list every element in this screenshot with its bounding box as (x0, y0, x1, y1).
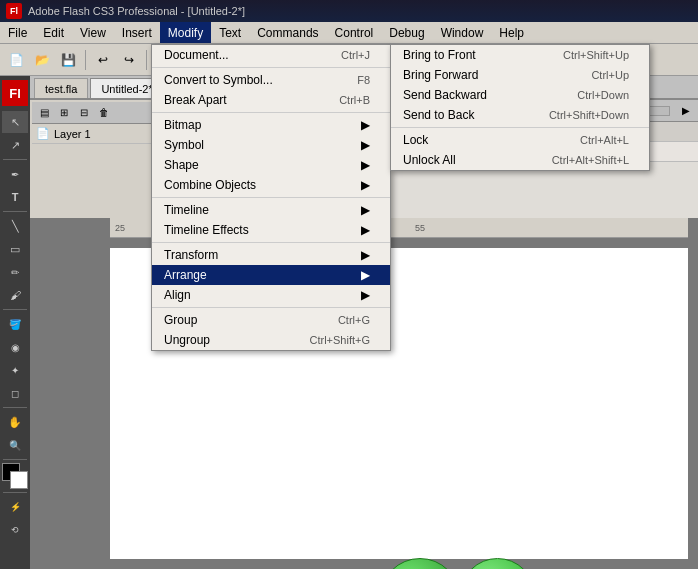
tool-sep-3 (3, 309, 27, 310)
document-label: Document... (164, 48, 229, 62)
timeline-scroll-right[interactable]: ▶ (678, 103, 694, 119)
menu-bar: File Edit View Insert Modify Text Comman… (0, 22, 698, 44)
tool-line[interactable]: ╲ (2, 215, 28, 237)
shape-arrow: ▶ (361, 158, 370, 172)
menu-help[interactable]: Help (491, 22, 532, 43)
symbol-arrow: ▶ (361, 138, 370, 152)
menu-text[interactable]: Text (211, 22, 249, 43)
toolbar-sep-1 (85, 50, 86, 70)
menu-timeline[interactable]: Timeline ▶ (152, 200, 390, 220)
modify-menu: Document... Ctrl+J Convert to Symbol... … (151, 44, 391, 351)
tool-pen[interactable]: ✒ (2, 163, 28, 185)
menu-window[interactable]: Window (433, 22, 492, 43)
tool-sep-1 (3, 159, 27, 160)
ungroup-shortcut: Ctrl+Shift+G (309, 334, 370, 346)
convert-shortcut: F8 (357, 74, 370, 86)
menu-transform[interactable]: Transform ▶ (152, 245, 390, 265)
tool-brush[interactable]: 🖌 (2, 284, 28, 306)
convert-label: Convert to Symbol... (164, 73, 273, 87)
tool-sep-6 (3, 492, 27, 493)
tool-extra1[interactable]: ⚡ (2, 496, 28, 518)
menu-debug[interactable]: Debug (381, 22, 432, 43)
arrange-send-back[interactable]: Send to Back Ctrl+Shift+Down (391, 105, 649, 125)
menu-convert-symbol[interactable]: Convert to Symbol... F8 (152, 70, 390, 90)
timeline-arrow: ▶ (361, 203, 370, 217)
tool-text[interactable]: T (2, 186, 28, 208)
menu-align[interactable]: Align ▶ (152, 285, 390, 305)
menu-group[interactable]: Group Ctrl+G (152, 310, 390, 330)
timeline-icon4[interactable]: 🗑 (96, 105, 112, 121)
menu-symbol[interactable]: Symbol ▶ (152, 135, 390, 155)
color-swatches[interactable] (2, 463, 28, 489)
tool-subselect[interactable]: ↗ (2, 134, 28, 156)
group-label: Group (164, 313, 197, 327)
undo-button[interactable]: ↩ (91, 48, 115, 72)
bring-front-shortcut: Ctrl+Shift+Up (563, 49, 629, 61)
fill-color[interactable] (10, 471, 28, 489)
menu-control[interactable]: Control (327, 22, 382, 43)
arrange-send-backward[interactable]: Send Backward Ctrl+Down (391, 85, 649, 105)
arrange-lock[interactable]: Lock Ctrl+Alt+L (391, 130, 649, 150)
timeline-icon3[interactable]: ⊟ (76, 105, 92, 121)
tool-inkbottle[interactable]: 🪣 (2, 313, 28, 335)
title-text: Adobe Flash CS3 Professional - [Untitled… (28, 5, 245, 17)
tool-selection[interactable]: ↖ (2, 111, 28, 133)
circle-3 (460, 558, 535, 569)
arrange-unlock-all[interactable]: Unlock All Ctrl+Alt+Shift+L (391, 150, 649, 170)
timeline-icon2[interactable]: ⊞ (56, 105, 72, 121)
arrange-sep-1 (391, 127, 649, 128)
unlock-all-label: Unlock All (403, 153, 456, 167)
align-label: Align (164, 288, 191, 302)
menu-timeline-effects[interactable]: Timeline Effects ▶ (152, 220, 390, 240)
menu-commands[interactable]: Commands (249, 22, 326, 43)
menu-ungroup[interactable]: Ungroup Ctrl+Shift+G (152, 330, 390, 350)
tool-eyedropper[interactable]: ✦ (2, 359, 28, 381)
new-button[interactable]: 📄 (4, 48, 28, 72)
bitmap-arrow: ▶ (361, 118, 370, 132)
arrange-bring-forward[interactable]: Bring Forward Ctrl+Up (391, 65, 649, 85)
menu-edit[interactable]: Edit (35, 22, 72, 43)
sep-1 (152, 67, 390, 68)
lock-shortcut: Ctrl+Alt+L (580, 134, 629, 146)
tool-extra2[interactable]: ⟲ (2, 519, 28, 541)
bring-front-label: Bring to Front (403, 48, 476, 62)
transform-label: Transform (164, 248, 218, 262)
layer-icon: 📄 (36, 127, 50, 140)
send-backward-shortcut: Ctrl+Down (577, 89, 629, 101)
menu-break-apart[interactable]: Break Apart Ctrl+B (152, 90, 390, 110)
redo-button[interactable]: ↪ (117, 48, 141, 72)
lock-label: Lock (403, 133, 428, 147)
arrange-label: Arrange (164, 268, 207, 282)
tool-hand[interactable]: ✋ (2, 411, 28, 433)
tool-rect[interactable]: ▭ (2, 238, 28, 260)
tools-panel: Fl ↖ ↗ ✒ T ╲ ▭ ✏ 🖌 🪣 ◉ ✦ ◻ ✋ 🔍 ⚡ ⟲ (0, 76, 30, 569)
save-button[interactable]: 💾 (56, 48, 80, 72)
group-shortcut: Ctrl+G (338, 314, 370, 326)
break-shortcut: Ctrl+B (339, 94, 370, 106)
tool-sep-2 (3, 211, 27, 212)
tab-test-fla[interactable]: test.fla (34, 78, 88, 98)
menu-document[interactable]: Document... Ctrl+J (152, 45, 390, 65)
arrange-bring-front[interactable]: Bring to Front Ctrl+Shift+Up (391, 45, 649, 65)
menu-combine-objects[interactable]: Combine Objects ▶ (152, 175, 390, 195)
send-backward-label: Send Backward (403, 88, 487, 102)
menu-modify[interactable]: Modify (160, 22, 211, 43)
menu-insert[interactable]: Insert (114, 22, 160, 43)
menu-file[interactable]: File (0, 22, 35, 43)
menu-bitmap[interactable]: Bitmap ▶ (152, 115, 390, 135)
tool-zoom[interactable]: 🔍 (2, 434, 28, 456)
symbol-label: Symbol (164, 138, 204, 152)
tool-paintbucket[interactable]: ◉ (2, 336, 28, 358)
tool-pencil[interactable]: ✏ (2, 261, 28, 283)
arrange-arrow: ▶ (361, 268, 370, 282)
send-back-label: Send to Back (403, 108, 474, 122)
timeline-icon1[interactable]: ▤ (36, 105, 52, 121)
tool-eraser[interactable]: ◻ (2, 382, 28, 404)
menu-view[interactable]: View (72, 22, 114, 43)
tl-effects-label: Timeline Effects (164, 223, 249, 237)
open-button[interactable]: 📂 (30, 48, 54, 72)
toolbar-sep-2 (146, 50, 147, 70)
menu-arrange[interactable]: Arrange ▶ (152, 265, 390, 285)
combine-arrow: ▶ (361, 178, 370, 192)
menu-shape[interactable]: Shape ▶ (152, 155, 390, 175)
